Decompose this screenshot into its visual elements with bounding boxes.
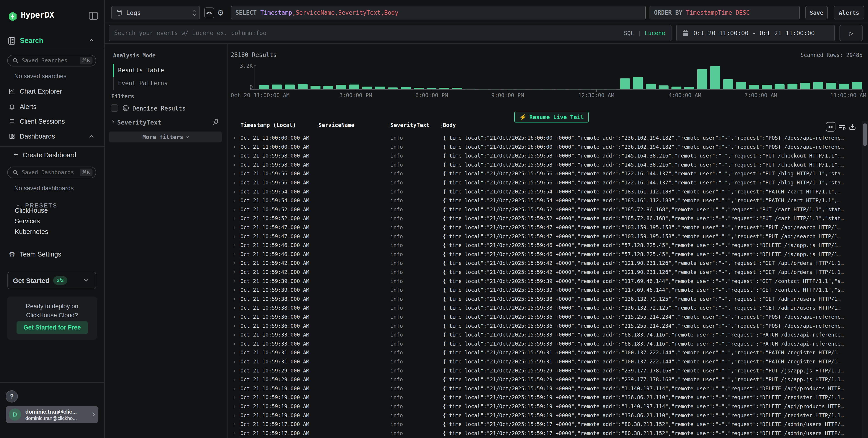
- time-range-picker[interactable]: Oct 20 11:00:00 - Oct 21 11:00:00: [676, 25, 835, 41]
- histogram-bar[interactable]: [362, 87, 372, 89]
- table-row[interactable]: ›Oct 21 10:59:47.000 AMinfo{"time_local"…: [227, 232, 862, 241]
- row-expand-chevron-icon[interactable]: ›: [232, 295, 236, 303]
- sidebar-item-alerts[interactable]: Alerts: [0, 100, 104, 113]
- column-header-body[interactable]: Body: [443, 122, 456, 128]
- row-expand-chevron-icon[interactable]: ›: [232, 287, 236, 294]
- help-button[interactable]: ?: [6, 390, 18, 403]
- histogram-bar[interactable]: [311, 86, 320, 89]
- table-row[interactable]: ›Oct 21 10:59:39.000 AMinfo{"time_local"…: [227, 285, 862, 295]
- row-expand-chevron-icon[interactable]: ›: [232, 277, 236, 285]
- select-columns-input[interactable]: SELECT Timestamp ,ServiceName,SeverityTe…: [231, 6, 646, 20]
- language-toggle-sql[interactable]: SQL: [624, 30, 634, 36]
- table-row[interactable]: ›Oct 21 10:59:46.000 AMinfo{"time_local"…: [227, 241, 862, 250]
- histogram-bar[interactable]: [826, 83, 836, 89]
- row-expand-chevron-icon[interactable]: ›: [232, 322, 236, 330]
- row-expand-chevron-icon[interactable]: ›: [232, 197, 236, 204]
- row-expand-chevron-icon[interactable]: ›: [232, 430, 236, 437]
- row-expand-chevron-icon[interactable]: ›: [232, 179, 236, 186]
- histogram-bar[interactable]: [349, 85, 359, 89]
- row-expand-chevron-icon[interactable]: ›: [232, 215, 236, 222]
- row-expand-chevron-icon[interactable]: ›: [232, 242, 236, 249]
- table-row[interactable]: ›Oct 21 10:59:58.000 AMinfo{"time_local"…: [227, 160, 862, 169]
- table-row[interactable]: ›Oct 21 10:59:52.000 AMinfo{"time_local"…: [227, 205, 862, 214]
- sidebar-item-preset-services[interactable]: Services: [15, 217, 40, 225]
- histogram-bar[interactable]: [401, 87, 411, 89]
- table-row[interactable]: ›Oct 21 10:59:31.000 AMinfo{"time_local"…: [227, 357, 862, 366]
- table-row[interactable]: ›Oct 21 10:59:56.000 AMinfo{"time_local"…: [227, 178, 862, 187]
- collapse-sidebar-icon[interactable]: [89, 12, 98, 20]
- table-row[interactable]: ›Oct 21 10:59:38.000 AMinfo{"time_local"…: [227, 303, 862, 312]
- table-row[interactable]: ›Oct 21 11:00:00.000 AMinfo{"time_local"…: [227, 142, 862, 151]
- histogram-bar[interactable]: [723, 79, 733, 89]
- sidebar-item-team-settings[interactable]: ⚙ Team Settings: [0, 248, 104, 261]
- row-expand-chevron-icon[interactable]: ›: [232, 403, 236, 410]
- language-toggle-lucene[interactable]: Lucene: [645, 30, 665, 36]
- histogram-bar[interactable]: [787, 83, 798, 89]
- lucene-search-input[interactable]: Search your events w/ Lucene ex. column:…: [109, 25, 672, 41]
- sidebar-item-preset-clickhouse[interactable]: ClickHouse: [15, 207, 48, 214]
- scrollbar-thumb[interactable]: [863, 124, 867, 146]
- table-row[interactable]: ›Oct 21 10:59:38.000 AMinfo{"time_local"…: [227, 295, 862, 304]
- table-row[interactable]: ›Oct 21 10:59:39.000 AMinfo{"time_local"…: [227, 277, 862, 286]
- source-selector[interactable]: Logs: [111, 6, 200, 20]
- histogram-bar[interactable]: [375, 87, 385, 89]
- row-expand-chevron-icon[interactable]: ›: [232, 304, 236, 311]
- row-expand-chevron-icon[interactable]: ›: [232, 358, 236, 365]
- histogram-bar[interactable]: [414, 88, 424, 89]
- column-header-timestamp[interactable]: Timestamp (Local): [240, 122, 296, 128]
- row-expand-chevron-icon[interactable]: ›: [232, 233, 236, 240]
- saved-dashboards-input[interactable]: Saved Dashboards ⌘K: [7, 167, 96, 178]
- dashboards-collapse-chevron-icon[interactable]: [89, 135, 93, 139]
- table-row[interactable]: ›Oct 21 10:59:19.000 AMinfo{"time_local"…: [227, 402, 862, 411]
- row-expand-chevron-icon[interactable]: ›: [232, 152, 236, 159]
- row-expand-chevron-icon[interactable]: ›: [232, 376, 236, 383]
- row-expand-chevron-icon[interactable]: ›: [232, 224, 236, 231]
- get-started-free-button[interactable]: Get Started for Free: [17, 322, 88, 334]
- histogram-bar[interactable]: [272, 85, 282, 89]
- table-row[interactable]: ›Oct 21 10:59:29.000 AMinfo{"time_local"…: [227, 366, 862, 375]
- row-expand-chevron-icon[interactable]: ›: [232, 394, 236, 401]
- table-row[interactable]: ›Oct 21 10:59:54.000 AMinfo{"time_local"…: [227, 187, 862, 196]
- table-row[interactable]: ›Oct 21 10:59:19.000 AMinfo{"time_local"…: [227, 411, 862, 420]
- alerts-button[interactable]: Alerts: [834, 6, 864, 20]
- user-menu[interactable]: D dominic.tran@clic... dominic.tran@clic…: [6, 406, 98, 423]
- histogram-bar[interactable]: [388, 88, 398, 89]
- row-expand-chevron-icon[interactable]: ›: [232, 161, 236, 168]
- create-dashboard-button[interactable]: + Create Dashboard: [0, 150, 104, 160]
- sidebar-item-preset-kubernetes[interactable]: Kubernetes: [15, 228, 48, 236]
- table-row[interactable]: ›Oct 21 10:59:54.000 AMinfo{"time_local"…: [227, 196, 862, 205]
- row-expand-chevron-icon[interactable]: ›: [232, 170, 236, 177]
- row-expand-chevron-icon[interactable]: ›: [232, 420, 236, 428]
- histogram-bar[interactable]: [658, 86, 669, 89]
- table-row[interactable]: ›Oct 21 10:59:29.000 AMinfo{"time_local"…: [227, 375, 862, 384]
- row-expand-chevron-icon[interactable]: ›: [232, 367, 236, 374]
- saved-searches-input[interactable]: Saved Searches ⌘K: [7, 55, 96, 66]
- tab-results-table[interactable]: Results Table: [118, 67, 164, 74]
- run-query-button[interactable]: ▷: [839, 25, 863, 41]
- table-row[interactable]: ›Oct 21 10:59:46.000 AMinfo{"time_local"…: [227, 250, 862, 259]
- row-expand-chevron-icon[interactable]: ›: [232, 134, 236, 141]
- row-expand-chevron-icon[interactable]: ›: [232, 385, 236, 392]
- save-button[interactable]: Save: [805, 6, 828, 20]
- source-settings-gear-icon[interactable]: ⚙: [216, 7, 225, 18]
- row-expand-chevron-icon[interactable]: ›: [232, 412, 236, 419]
- row-expand-chevron-icon[interactable]: ›: [232, 331, 236, 338]
- histogram-bar[interactable]: [633, 77, 643, 89]
- table-row[interactable]: ›Oct 21 10:59:36.000 AMinfo{"time_local"…: [227, 322, 862, 330]
- histogram-bar[interactable]: [839, 83, 849, 89]
- histogram-bar[interactable]: [684, 87, 694, 89]
- denoise-checkbox[interactable]: [111, 104, 118, 112]
- column-header-severitytext[interactable]: SeverityText: [390, 122, 430, 128]
- histogram-bar[interactable]: [285, 85, 295, 89]
- histogram-bar[interactable]: [710, 66, 720, 89]
- resume-live-tail-button[interactable]: ⚡ Resume Live Tail: [514, 112, 589, 123]
- tab-event-patterns[interactable]: Event Patterns: [118, 80, 167, 87]
- row-expand-chevron-icon[interactable]: ›: [232, 250, 236, 258]
- table-row[interactable]: ›Oct 21 10:59:56.000 AMinfo{"time_local"…: [227, 169, 862, 178]
- get-started-dropdown[interactable]: Get Started 3/3: [7, 272, 96, 289]
- table-row[interactable]: ›Oct 21 11:00:00.000 AMinfo{"time_local"…: [227, 133, 862, 142]
- table-row[interactable]: ›Oct 21 10:59:58.000 AMinfo{"time_local"…: [227, 151, 862, 160]
- histogram-bar[interactable]: [852, 82, 862, 89]
- column-header-servicename[interactable]: ServiceName: [318, 122, 354, 128]
- table-row[interactable]: ›Oct 21 10:59:33.000 AMinfo{"time_local"…: [227, 339, 862, 348]
